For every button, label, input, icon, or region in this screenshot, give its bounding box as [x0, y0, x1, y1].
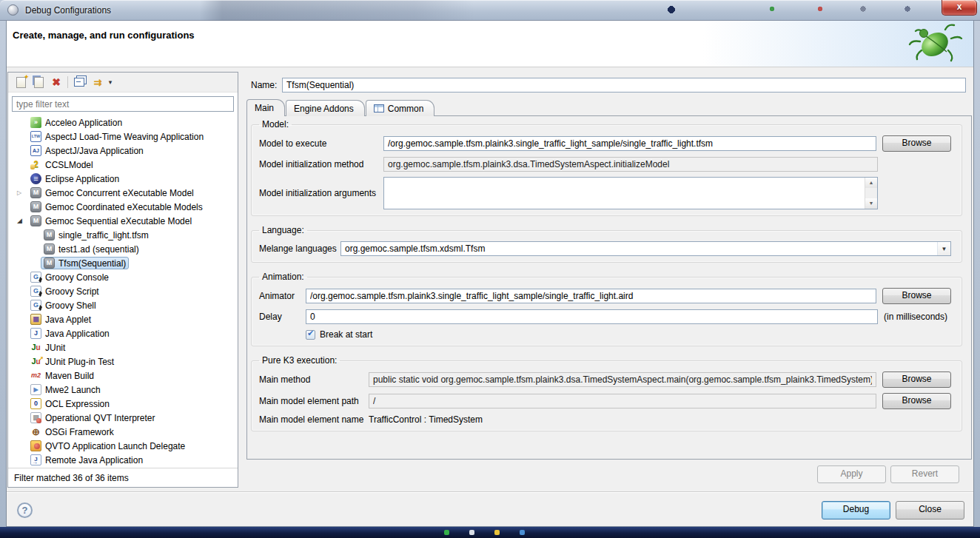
delete-launch-configuration-icon[interactable]: ✖ — [47, 74, 65, 90]
tree-item-label: AspectJ Load-Time Weaving Application — [45, 132, 204, 142]
form-tabs[interactable]: MainEngine AddonsCommon — [246, 100, 435, 116]
model-init-method-label: Model initialization method — [259, 159, 383, 169]
tree-item-label: Remote Java Application — [45, 455, 143, 465]
combo-dropdown-icon[interactable]: ▼ — [937, 242, 950, 255]
taskbar-icon[interactable] — [520, 530, 525, 535]
pure-k3-group-legend: Pure K3 execution: — [259, 355, 340, 366]
main-method-browse-button[interactable]: Browse — [882, 371, 951, 388]
tree-item[interactable]: single_traffic_light.tfsm — [8, 228, 238, 242]
animator-input[interactable] — [306, 289, 876, 303]
tree-item[interactable]: Java Applet — [8, 312, 238, 326]
break-at-start-label: Break at start — [320, 329, 372, 340]
eclipse-icon — [30, 173, 41, 184]
melange-languages-combo[interactable]: org.gemoc.sample.tfsm.xdsml.Tfsm ▼ — [340, 241, 951, 256]
model-init-args-textarea[interactable] — [384, 178, 877, 209]
main-model-element-name-label: Main model element name — [259, 414, 369, 425]
config-tree[interactable]: Acceleo ApplicationAspectJ Load-Time Wea… — [8, 115, 238, 468]
model-init-args-field[interactable]: ▲ ▼ — [383, 177, 878, 209]
tree-item[interactable]: Mwe2 Launch — [8, 383, 238, 397]
tree-item[interactable]: QVTO Application Launch Delegate — [8, 439, 238, 453]
break-at-start-checkbox[interactable] — [306, 330, 315, 340]
model-browse-button[interactable]: Browse — [882, 135, 951, 152]
args-scrollbar[interactable]: ▲ ▼ — [865, 178, 877, 209]
configurations-panel: ✖ ⇉ ▾ Acceleo ApplicationAspectJ Load-Ti… — [7, 72, 238, 488]
tree-item[interactable]: Acceleo Application — [8, 115, 238, 130]
apply-button[interactable]: Apply — [817, 465, 886, 483]
tree-expander-icon[interactable]: ◢ — [17, 214, 27, 228]
window-close-button[interactable]: x — [942, 0, 977, 16]
model-to-execute-input[interactable] — [383, 136, 876, 151]
tree-item[interactable]: OCL Expression — [8, 397, 238, 411]
tree-item[interactable]: Tfsm(Sequential) — [8, 256, 238, 270]
tree-item-label: Gemoc Concurrent eXecutable Model — [45, 188, 194, 198]
table-icon — [374, 104, 384, 112]
taskbar-icon[interactable] — [494, 530, 500, 535]
debug-button[interactable]: Debug — [822, 501, 890, 519]
tree-item[interactable]: CCSLModel — [8, 158, 238, 172]
gemoc-icon — [30, 187, 41, 198]
revert-button[interactable]: Revert — [890, 465, 959, 483]
tree-item[interactable]: Groovy Console — [8, 270, 238, 284]
taskbar-icon[interactable] — [444, 530, 449, 535]
tree-item-label: OCL Expression — [45, 399, 110, 409]
toolbar-menu-dropdown-icon[interactable]: ▾ — [106, 74, 115, 90]
tree-item-label: Java Application — [45, 329, 110, 339]
tree-item[interactable]: OSGi Framework — [8, 425, 238, 439]
scroll-down-icon[interactable]: ▼ — [865, 198, 877, 209]
tree-item-label: Groovy Script — [45, 286, 99, 297]
animation-group: Animation: Animator Browse Delay (in mil… — [251, 272, 962, 346]
taskbar-icon[interactable] — [469, 530, 474, 535]
tree-item[interactable]: Remote Java Application — [8, 453, 238, 467]
collapse-all-icon[interactable] — [70, 74, 88, 90]
tree-item-label: Java Applet — [45, 315, 91, 325]
gemoc-icon — [30, 215, 41, 226]
windows-taskbar[interactable] — [0, 527, 980, 538]
delay-units-label: (in milliseconds) — [884, 312, 951, 322]
tree-item[interactable]: ◢Gemoc Sequential eXecutable Model — [8, 214, 238, 228]
language-group: Language: Melange languages org.gemoc.sa… — [251, 225, 962, 263]
help-button[interactable]: ? — [17, 502, 33, 518]
tree-item-label: Acceleo Application — [45, 118, 122, 128]
tab-main[interactable]: Main — [246, 99, 285, 116]
filter-input[interactable] — [12, 96, 234, 112]
tree-item[interactable]: Maven Build — [8, 369, 238, 383]
animator-browse-button[interactable]: Browse — [882, 288, 951, 304]
scroll-up-icon[interactable]: ▲ — [865, 178, 877, 188]
tree-item[interactable]: Groovy Shell — [8, 298, 238, 312]
filter-launch-configurations-icon[interactable]: ⇉ — [88, 74, 106, 90]
tab-engine-addons[interactable]: Engine Addons — [286, 100, 365, 116]
filter-row — [8, 93, 238, 115]
tree-item-label: test1.ad (sequential) — [58, 244, 139, 255]
dialog-main-area: ✖ ⇉ ▾ Acceleo ApplicationAspectJ Load-Ti… — [7, 67, 973, 526]
tree-item-label: Tfsm(Sequential) — [58, 258, 126, 269]
tree-item[interactable]: Eclipse Application — [8, 172, 238, 186]
new-launch-configuration-icon[interactable] — [12, 74, 30, 90]
configuration-form-panel: Name: MainEngine AddonsCommon Model: Mod… — [245, 67, 972, 526]
tree-expander-icon[interactable]: ▷ — [17, 186, 27, 200]
close-button[interactable]: Close — [896, 501, 964, 519]
tree-item[interactable]: ➚JUnit Plug-in Test — [8, 354, 238, 369]
tree-item[interactable]: AspectJ Load-Time Weaving Application — [8, 130, 238, 144]
tree-item-label: CCSLModel — [45, 160, 93, 170]
tree-item[interactable]: test1.ad (sequential) — [8, 242, 238, 256]
tree-item[interactable]: ▷Gemoc Concurrent eXecutable Model — [8, 186, 238, 200]
tree-item[interactable]: Operational QVT Interpreter — [8, 411, 238, 425]
tree-item[interactable]: Java Application — [8, 326, 238, 340]
tree-item-label: OSGi Framework — [45, 427, 114, 437]
tab-label: Main — [255, 103, 274, 113]
tree-item[interactable]: Gemoc Coordinated eXecutable Models — [8, 200, 238, 214]
ccsl-icon — [30, 159, 41, 170]
gemoc-icon — [30, 201, 41, 212]
tab-common[interactable]: Common — [366, 100, 435, 116]
delay-input[interactable] — [306, 309, 878, 324]
filter-status: Filter matched 36 of 36 items — [8, 468, 238, 487]
main-tab-content: Model: Model to execute Browse Model ini… — [246, 115, 972, 460]
main-model-element-path-field — [369, 394, 876, 408]
window-titlebar[interactable]: Debug Configurations — [0, 0, 980, 21]
tree-item[interactable]: AspectJ/Java Application — [8, 144, 238, 158]
element-path-browse-button[interactable]: Browse — [882, 393, 951, 409]
duplicate-launch-configuration-icon[interactable] — [30, 74, 47, 90]
tree-item[interactable]: Groovy Script — [8, 284, 238, 298]
model-to-execute-label: Model to execute — [259, 138, 383, 149]
configuration-name-input[interactable] — [282, 78, 966, 93]
